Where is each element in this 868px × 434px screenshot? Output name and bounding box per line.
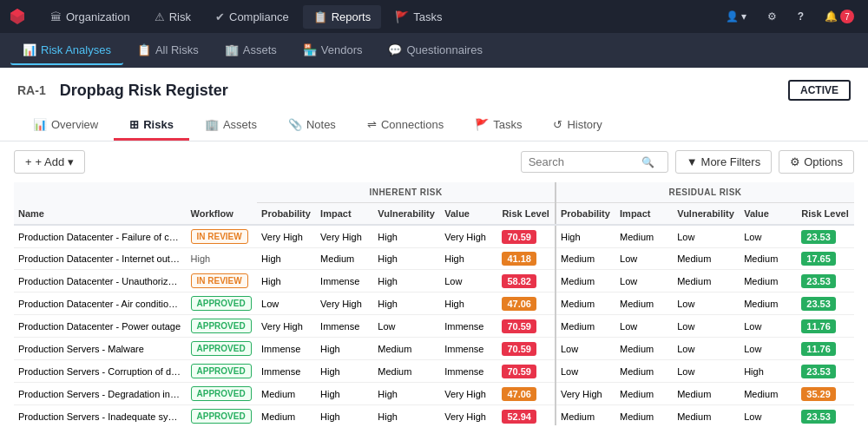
cell-probability2: Low — [556, 360, 615, 383]
table-row[interactable]: Production Servers - Malware APPROVED Im… — [14, 338, 854, 360]
table-row[interactable]: Production Datacenter - Failure of commu… — [14, 225, 854, 248]
notifications-icon: 🔔 — [825, 10, 838, 23]
page-header-top: RA-1 Dropbag Risk Register ACTIVE — [17, 80, 851, 101]
cell-risk-score2: 23.53 — [797, 270, 854, 293]
table-row[interactable]: Production Datacenter - Internet outage … — [14, 248, 854, 270]
workflow-badge: APPROVED — [191, 386, 252, 401]
subnav-assets[interactable]: 🏢 Assets — [213, 36, 289, 65]
cell-impact2: Medium — [615, 338, 673, 360]
tab-notes[interactable]: 📎 Notes — [273, 111, 352, 141]
table-container: Name Workflow Inherent Risk Residual Ris… — [14, 182, 854, 425]
cell-value2: Medium — [740, 383, 797, 405]
nav-tasks[interactable]: 🚩 Tasks — [385, 5, 452, 29]
table-row[interactable]: Production Datacenter - Unauthorized phy… — [14, 270, 854, 293]
tab-overview[interactable]: 📊 Overview — [17, 111, 114, 141]
col-group-header-residual: Residual Risk — [556, 182, 854, 203]
subnav-vendors[interactable]: 🏪 Vendors — [291, 36, 375, 65]
cell-value: Immense — [440, 338, 497, 360]
risk-score-badge: 47.06 — [502, 297, 536, 311]
subnav-risk-analyses[interactable]: 📊 Risk Analyses — [10, 36, 123, 65]
tab-tasks[interactable]: 🚩 Tasks — [459, 111, 537, 141]
add-button[interactable]: + + Add ▾ — [14, 150, 85, 174]
table-row[interactable]: Production Servers - Inadequate system c… — [14, 405, 854, 426]
cell-vulnerability: Low — [373, 315, 440, 338]
workflow-badge: APPROVED — [191, 409, 252, 424]
cell-value: Immense — [440, 315, 497, 338]
risk-score-badge: 70.59 — [502, 230, 536, 244]
nav-compliance[interactable]: ✔ Compliance — [205, 5, 299, 29]
cell-vulnerability: High — [373, 293, 440, 315]
status-badge: ACTIVE — [788, 80, 851, 101]
cell-value: Immense — [440, 360, 497, 383]
subnav-questionnaires[interactable]: 💬 Questionnaires — [376, 36, 494, 65]
workflow-badge: IN REVIEW — [191, 229, 248, 244]
search-icon: 🔍 — [641, 156, 654, 168]
risk-score2-badge: 11.76 — [801, 342, 836, 356]
cell-name: Production Servers - Corruption of data — [14, 360, 187, 383]
cell-value2: Low — [740, 338, 797, 360]
tab-risks[interactable]: ⊞ Risks — [114, 111, 189, 141]
cell-probability2: Medium — [556, 315, 615, 338]
risks-icon: ⊞ — [129, 118, 139, 131]
cell-value2: Medium — [740, 293, 797, 315]
col-header-workflow: Workflow — [187, 182, 258, 225]
search-input[interactable] — [529, 155, 641, 168]
cell-workflow: APPROVED — [187, 338, 258, 360]
col-header-prob: Probability — [257, 203, 316, 226]
table-row[interactable]: Production Servers - Corruption of data … — [14, 360, 854, 383]
history-icon: ↺ — [553, 118, 562, 131]
cell-impact: Immense — [316, 270, 373, 293]
nav-risk[interactable]: ⚠ Risk — [144, 5, 201, 29]
help-button[interactable]: ? — [791, 7, 811, 26]
notifications-button[interactable]: 🔔 7 — [818, 6, 861, 27]
risk-icon: ⚠ — [155, 10, 165, 23]
cell-risk-score2: 23.53 — [797, 360, 854, 383]
cell-vulnerability2: Medium — [673, 270, 740, 293]
tasks-nav-icon: 🚩 — [395, 10, 409, 23]
cell-value: High — [440, 248, 497, 270]
cell-vulnerability: High — [373, 383, 440, 405]
tab-connections[interactable]: ⇌ Connections — [352, 111, 459, 141]
tab-assets[interactable]: 🏢 Assets — [189, 111, 273, 141]
cell-value2: Low — [740, 315, 797, 338]
risk-score2-badge: 23.53 — [801, 365, 836, 378]
cell-impact: Immense — [316, 315, 373, 338]
settings-button[interactable]: ⚙ — [760, 7, 784, 26]
cell-value2: High — [740, 360, 797, 383]
cell-probability2: Low — [556, 338, 615, 360]
risk-score2-badge: 35.29 — [801, 387, 836, 401]
cell-vulnerability2: Medium — [673, 405, 740, 426]
user-menu-button[interactable]: 👤 ▾ — [719, 7, 753, 26]
tab-history[interactable]: ↺ History — [537, 111, 617, 141]
subnav-all-risks[interactable]: 📋 All Risks — [125, 36, 211, 65]
nav-organization[interactable]: 🏛 Organization — [40, 5, 141, 29]
cell-probability: Very High — [257, 225, 316, 248]
organization-icon: 🏛 — [50, 10, 62, 23]
table-row[interactable]: Production Servers - Degradation in syst… — [14, 383, 854, 405]
table-row[interactable]: Production Datacenter - Power outage APP… — [14, 315, 854, 338]
options-button[interactable]: ⚙ Options — [779, 150, 854, 174]
col-header-prob2: Probability — [556, 203, 615, 226]
cell-risk-score2: 17.65 — [797, 248, 854, 270]
search-box: 🔍 — [521, 151, 668, 173]
overview-icon: 📊 — [33, 118, 47, 131]
cell-vulnerability2: Low — [673, 293, 740, 315]
cell-risk-score: 70.59 — [497, 360, 556, 383]
risk-score2-badge: 23.53 — [801, 297, 836, 311]
cell-probability: High — [257, 248, 316, 270]
cell-risk-score2: 23.53 — [797, 225, 854, 248]
cell-name: Production Datacenter - Failure of commu… — [14, 225, 187, 248]
cell-probability: High — [257, 270, 316, 293]
cell-probability2: Very High — [556, 383, 615, 405]
risk-score-badge: 52.94 — [502, 410, 536, 424]
cell-workflow: High — [187, 248, 258, 270]
col-header-vuln: Vulnerability — [373, 203, 440, 226]
table-row[interactable]: Production Datacenter - Air conditioning… — [14, 293, 854, 315]
cell-workflow: APPROVED — [187, 315, 258, 338]
cell-risk-score2: 35.29 — [797, 383, 854, 405]
risk-score-badge: 70.59 — [502, 342, 536, 356]
cell-name: Production Datacenter - Power outage — [14, 315, 187, 338]
more-filters-button[interactable]: ▼ More Filters — [675, 150, 773, 174]
nav-reports[interactable]: 📋 Reports — [303, 5, 382, 29]
page-header: RA-1 Dropbag Risk Register ACTIVE 📊 Over… — [0, 68, 868, 141]
